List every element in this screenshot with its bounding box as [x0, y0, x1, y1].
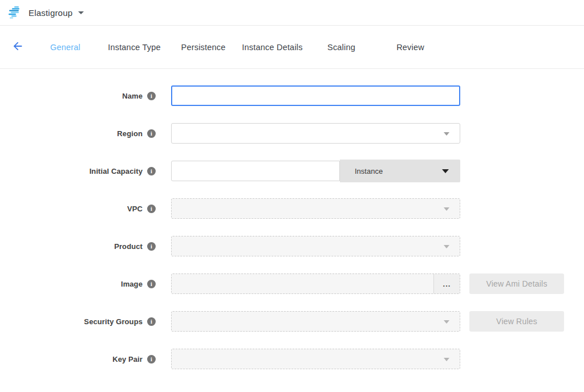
tab-instance-details[interactable]: Instance Details	[238, 43, 307, 52]
elastigroup-logo-icon	[8, 6, 23, 19]
name-info-icon[interactable]: i	[147, 92, 156, 100]
name-label: Name	[0, 92, 143, 100]
key-pair-info-icon[interactable]: i	[147, 355, 156, 364]
form-row-image: Image i ... View Ami Details	[0, 273, 584, 294]
chevron-down-icon	[444, 358, 449, 361]
chevron-down-icon	[444, 245, 449, 248]
back-button[interactable]	[10, 40, 25, 55]
product-label: Product	[0, 242, 143, 251]
initial-capacity-info-icon[interactable]: i	[147, 167, 156, 175]
security-groups-info-icon[interactable]: i	[147, 317, 156, 326]
arrow-left-icon	[11, 40, 24, 54]
chevron-down-icon	[442, 169, 449, 173]
initial-capacity-label: Initial Capacity	[0, 167, 143, 175]
app-title[interactable]: Elastigroup	[29, 8, 72, 18]
key-pair-label: Key Pair	[0, 355, 143, 364]
image-info-icon[interactable]: i	[147, 280, 156, 288]
view-rules-button[interactable]: View Rules	[469, 311, 564, 332]
initial-capacity-input[interactable]	[171, 161, 340, 181]
region-info-icon[interactable]: i	[147, 129, 156, 138]
tab-review[interactable]: Review	[376, 43, 445, 52]
image-input-value	[172, 274, 433, 293]
tab-instance-type[interactable]: Instance Type	[100, 43, 169, 52]
chevron-down-icon	[444, 132, 449, 136]
capacity-unit-value: Instance	[355, 167, 383, 175]
form-row-key-pair: Key Pair i	[0, 349, 584, 369]
tab-scaling[interactable]: Scaling	[307, 43, 376, 52]
product-info-icon[interactable]: i	[147, 242, 156, 251]
tab-general[interactable]: General	[31, 43, 100, 52]
name-input[interactable]	[171, 85, 460, 106]
general-settings-form: Name i Region i Initial Capacity i Insta…	[0, 69, 584, 369]
form-row-product: Product i	[0, 236, 584, 256]
wizard-tab-bar: General Instance Type Persistence Instan…	[0, 26, 584, 69]
form-row-region: Region i	[0, 123, 584, 144]
vpc-label: VPC	[0, 205, 143, 213]
image-label: Image	[0, 280, 143, 288]
image-browse-button[interactable]: ...	[433, 274, 460, 293]
form-row-security-groups: Security Groups i View Rules	[0, 311, 584, 332]
region-label: Region	[0, 129, 143, 138]
wizard-tabs: General Instance Type Persistence Instan…	[31, 43, 445, 52]
app-header: Elastigroup	[0, 0, 584, 26]
vpc-info-icon[interactable]: i	[147, 205, 156, 213]
form-row-initial-capacity: Initial Capacity i Instance	[0, 161, 584, 181]
view-ami-details-button[interactable]: View Ami Details	[469, 273, 564, 294]
security-groups-select	[171, 311, 460, 332]
tab-persistence[interactable]: Persistence	[169, 43, 238, 52]
region-select[interactable]	[171, 123, 460, 144]
product-select	[171, 236, 460, 256]
image-input: ...	[171, 273, 460, 294]
security-groups-label: Security Groups	[0, 317, 143, 326]
key-pair-select	[171, 349, 460, 369]
chevron-down-icon	[444, 207, 449, 211]
form-row-vpc: VPC i	[0, 198, 584, 219]
form-row-name: Name i	[0, 85, 584, 106]
chevron-down-icon	[444, 320, 449, 324]
capacity-unit-select[interactable]: Instance	[340, 160, 460, 182]
vpc-select	[171, 198, 460, 219]
app-menu-caret-icon[interactable]	[78, 11, 84, 14]
